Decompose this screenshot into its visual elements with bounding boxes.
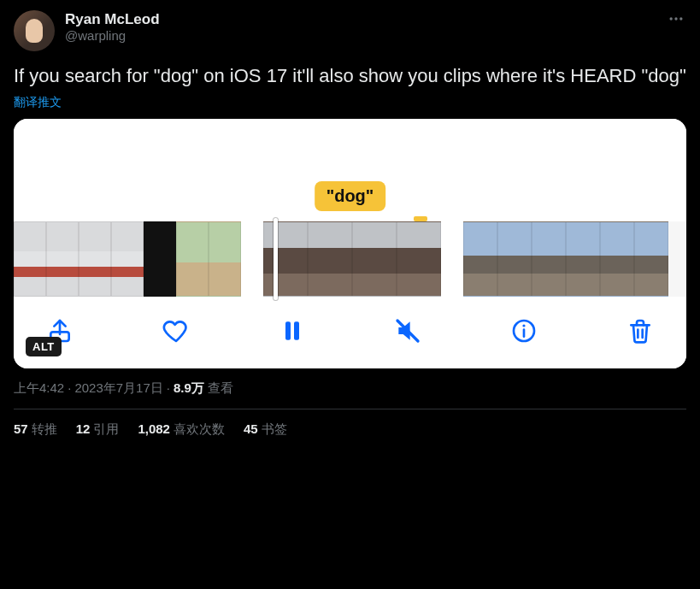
video-scrubber-strip[interactable] — [14, 221, 686, 297]
clip-group — [463, 221, 668, 297]
author-handle[interactable]: @warpling — [65, 28, 160, 44]
video-frame — [497, 221, 532, 297]
svg-rect-4 — [285, 321, 291, 339]
clip-gap — [441, 221, 463, 297]
tweet-header: Ryan McLeod @warpling — [14, 10, 686, 51]
video-frame — [144, 221, 176, 297]
tweet-meta: 上午4:42·2023年7月17日·8.9万 查看 — [14, 380, 686, 409]
media-preview-area: "dog" — [14, 119, 686, 221]
video-frame — [14, 221, 46, 297]
attached-media[interactable]: "dog" — [14, 119, 686, 368]
bookmarks-stat[interactable]: 45书签 — [244, 421, 287, 438]
video-frame — [600, 221, 634, 297]
svg-rect-5 — [294, 321, 299, 339]
more-options-button[interactable] — [668, 10, 685, 31]
video-frame — [79, 221, 111, 297]
tweet-stats: 57转推 12引用 1,082喜欢次数 45书签 — [14, 409, 686, 438]
pause-icon — [279, 317, 306, 345]
svg-point-1 — [674, 17, 677, 20]
views-count[interactable]: 8.9万 — [174, 380, 204, 395]
views-label: 查看 — [208, 380, 233, 395]
author-display-name[interactable]: Ryan McLeod — [65, 10, 160, 28]
alt-badge[interactable]: ALT — [26, 337, 62, 356]
video-frame — [463, 221, 497, 297]
tweet-time[interactable]: 上午4:42 — [14, 380, 64, 395]
search-term-bubble: "dog" — [315, 181, 386, 211]
like-button[interactable] — [162, 317, 190, 345]
info-icon — [510, 317, 538, 345]
video-frame — [532, 221, 566, 297]
quotes-stat[interactable]: 12引用 — [76, 421, 120, 438]
trash-icon — [626, 317, 654, 345]
delete-button[interactable] — [626, 317, 654, 345]
playhead[interactable] — [274, 218, 278, 300]
tweet: Ryan McLeod @warpling If you search for … — [0, 0, 700, 448]
video-frame — [263, 221, 308, 297]
tweet-date[interactable]: 2023年7月17日 — [74, 380, 162, 395]
video-frame — [634, 221, 668, 297]
mute-button[interactable] — [394, 317, 421, 345]
svg-point-0 — [670, 17, 673, 20]
svg-point-9 — [523, 324, 526, 327]
translate-link[interactable]: 翻译推文 — [14, 95, 62, 110]
tweet-text: If you search for "dog" on iOS 17 it'll … — [14, 63, 686, 89]
heart-icon — [162, 317, 190, 345]
video-frame — [46, 221, 79, 297]
clip-gap — [241, 221, 263, 297]
speaker-muted-icon — [394, 317, 421, 345]
clip-group — [263, 221, 441, 297]
video-frame — [397, 221, 441, 297]
media-controls — [14, 297, 686, 368]
video-frame — [209, 221, 241, 297]
likes-stat[interactable]: 1,082喜欢次数 — [138, 421, 225, 438]
svg-point-2 — [679, 17, 682, 20]
pause-button[interactable] — [279, 317, 306, 345]
video-frame — [176, 221, 209, 297]
video-frame — [352, 221, 397, 297]
info-button[interactable] — [510, 317, 538, 345]
video-frame — [308, 221, 352, 297]
more-icon — [668, 10, 685, 27]
video-frame — [566, 221, 600, 297]
clip-group — [14, 221, 241, 297]
retweets-stat[interactable]: 57转推 — [14, 421, 57, 438]
avatar[interactable] — [14, 10, 55, 51]
video-frame — [111, 221, 144, 297]
